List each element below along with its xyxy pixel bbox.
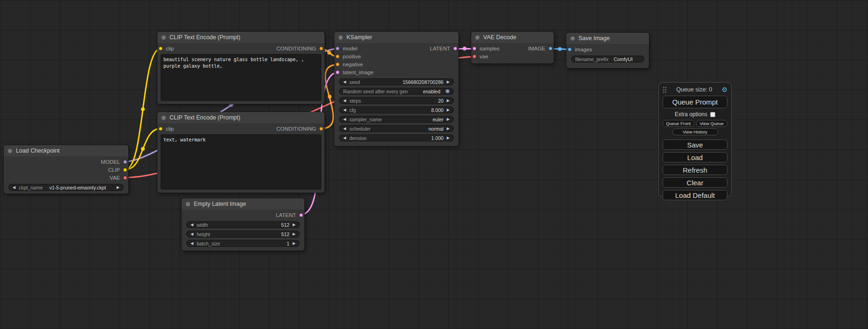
ckpt-name-widget[interactable]: ◀ ckpt_name v1-5-pruned-emaonly.ckpt ▶ — [8, 184, 124, 191]
decrement-arrow-icon[interactable]: ◀ — [343, 99, 346, 103]
image-output-dot[interactable] — [549, 47, 552, 50]
decrement-arrow-icon[interactable]: ◀ — [343, 118, 346, 121]
sampler-name-widget[interactable]: ◀ sampler_name euler ▶ — [339, 116, 454, 123]
slot-label: images — [575, 47, 592, 52]
increment-arrow-icon[interactable]: ▶ — [293, 232, 296, 236]
increment-arrow-icon[interactable]: ▶ — [447, 127, 450, 131]
toggle-on-indicator[interactable] — [445, 89, 450, 93]
decrement-arrow-icon[interactable]: ◀ — [343, 80, 346, 84]
slot-label: positive — [343, 54, 361, 59]
batch-size-widget[interactable]: ◀ batch_size 1 ▶ — [186, 240, 300, 247]
latent-image-input-dot[interactable] — [336, 70, 339, 74]
node-title-bar[interactable]: Load Checkpoint — [4, 145, 128, 156]
latent-output-dot[interactable] — [299, 213, 303, 217]
steps-widget[interactable]: ◀ steps 20 ▶ — [339, 97, 454, 104]
output-slot-conditioning: CONDITIONING — [276, 46, 323, 51]
node-clip-text-encode-positive[interactable]: CLIP Text Encode (Prompt) clip CONDITION… — [157, 32, 325, 104]
random-seed-toggle-widget[interactable]: Random seed after every gen enabled — [339, 88, 454, 95]
filename-prefix-widget[interactable]: filename_prefix ComfyUI — [571, 56, 644, 63]
node-graph-canvas[interactable]: Load Checkpoint MODEL CLIP VAE ◀ ckpt_na… — [0, 0, 868, 329]
widget-value: 8.000 — [431, 107, 444, 113]
seed-widget[interactable]: ◀ seed 156680208700286 ▶ — [339, 78, 454, 85]
clip-input-dot[interactable] — [159, 47, 162, 50]
queue-prompt-button[interactable]: Queue Prompt — [663, 96, 727, 108]
node-title-bar[interactable]: CLIP Text Encode (Prompt) — [157, 32, 325, 43]
input-slot-positive: positive — [334, 52, 459, 60]
load-button[interactable]: Load — [663, 152, 727, 162]
decrement-arrow-icon[interactable]: ◀ — [343, 127, 346, 131]
view-history-button[interactable]: View History — [672, 128, 718, 135]
queue-size-label: Queue size: 0 — [667, 86, 721, 93]
node-title-bar[interactable]: CLIP Text Encode (Prompt) — [157, 112, 325, 123]
positive-input-dot[interactable] — [336, 55, 339, 58]
node-collapse-dot[interactable] — [339, 35, 343, 40]
node-empty-latent-image[interactable]: Empty Latent Image LATENT ◀ width 512 ▶ … — [182, 198, 304, 251]
drag-handle-icon[interactable] — [663, 86, 667, 93]
slot-label: IMAGE — [528, 46, 545, 51]
increment-arrow-icon[interactable]: ▶ — [293, 223, 296, 227]
negative-input-dot[interactable] — [336, 63, 339, 66]
prompt-textarea[interactable]: beautiful scenery nature glass bottle la… — [161, 54, 321, 101]
node-ksampler[interactable]: KSampler model LATENT positive negative … — [334, 32, 459, 146]
settings-gear-icon[interactable]: ⚙ — [721, 86, 727, 93]
samples-input-dot[interactable] — [473, 47, 476, 50]
width-widget[interactable]: ◀ width 512 ▶ — [186, 221, 300, 228]
slot-label: latent_image — [343, 70, 374, 75]
increment-arrow-icon[interactable]: ▶ — [117, 186, 120, 189]
model-output-dot[interactable] — [123, 160, 127, 164]
clear-button[interactable]: Clear — [663, 177, 727, 188]
vae-output-dot[interactable] — [123, 176, 127, 180]
conditioning-output-dot[interactable] — [319, 127, 323, 131]
decrement-arrow-icon[interactable]: ◀ — [191, 232, 193, 236]
load-default-button[interactable]: Load Default — [663, 190, 727, 200]
view-queue-button[interactable]: View Queue — [696, 120, 728, 127]
prompt-textarea[interactable]: text, watermark — [161, 134, 321, 189]
decrement-arrow-icon[interactable]: ◀ — [13, 186, 15, 189]
refresh-button[interactable]: Refresh — [663, 165, 727, 175]
height-widget[interactable]: ◀ height 512 ▶ — [186, 231, 300, 238]
node-title-bar[interactable]: Save Image — [566, 33, 649, 44]
increment-arrow-icon[interactable]: ▶ — [447, 118, 450, 121]
node-title-bar[interactable]: KSampler — [334, 32, 459, 43]
conditioning-output-dot[interactable] — [319, 47, 323, 50]
cfg-widget[interactable]: ◀ cfg 8.000 ▶ — [339, 106, 454, 113]
widget-value: euler — [432, 117, 443, 122]
node-vae-decode[interactable]: VAE Decode samples IMAGE vae — [471, 32, 554, 63]
node-collapse-dot[interactable] — [186, 202, 190, 206]
node-collapse-dot[interactable] — [8, 149, 12, 153]
node-title: CLIP Text Encode (Prompt) — [169, 114, 240, 121]
images-input-dot[interactable] — [568, 48, 572, 51]
decrement-arrow-icon[interactable]: ◀ — [343, 136, 346, 140]
clip-input-dot[interactable] — [159, 127, 162, 131]
increment-arrow-icon[interactable]: ▶ — [447, 80, 450, 84]
node-collapse-dot[interactable] — [162, 116, 166, 120]
slot-label: CONDITIONING — [276, 126, 316, 132]
node-load-checkpoint[interactable]: Load Checkpoint MODEL CLIP VAE ◀ ckpt_na… — [4, 145, 128, 194]
node-collapse-dot[interactable] — [571, 36, 575, 41]
model-input-dot[interactable] — [336, 47, 339, 50]
widget-value: normal — [429, 126, 444, 132]
vae-input-dot[interactable] — [473, 55, 476, 58]
decrement-arrow-icon[interactable]: ◀ — [191, 223, 193, 227]
clip-output-dot[interactable] — [123, 168, 127, 172]
increment-arrow-icon[interactable]: ▶ — [447, 136, 450, 140]
save-button[interactable]: Save — [663, 140, 727, 150]
scheduler-widget[interactable]: ◀ scheduler normal ▶ — [339, 125, 454, 132]
decrement-arrow-icon[interactable]: ◀ — [343, 108, 346, 112]
node-title-bar[interactable]: VAE Decode — [471, 32, 554, 43]
increment-arrow-icon[interactable]: ▶ — [447, 108, 450, 112]
extra-options-checkbox[interactable] — [710, 112, 715, 117]
increment-arrow-icon[interactable]: ▶ — [447, 99, 450, 103]
decrement-arrow-icon[interactable]: ◀ — [191, 242, 193, 245]
queue-front-button[interactable]: Queue Front — [663, 120, 694, 127]
latent-output-dot[interactable] — [453, 47, 457, 50]
node-collapse-dot[interactable] — [475, 35, 480, 40]
node-save-image[interactable]: Save Image images filename_prefix ComfyU… — [566, 33, 649, 68]
node-clip-text-encode-negative[interactable]: CLIP Text Encode (Prompt) clip CONDITION… — [157, 112, 325, 193]
node-title: CLIP Text Encode (Prompt) — [169, 34, 240, 41]
node-collapse-dot[interactable] — [162, 35, 166, 40]
node-title-bar[interactable]: Empty Latent Image — [182, 198, 304, 210]
denoise-widget[interactable]: ◀ denoise 1.000 ▶ — [339, 134, 454, 141]
widget-name: denoise — [349, 135, 367, 141]
increment-arrow-icon[interactable]: ▶ — [293, 242, 296, 245]
